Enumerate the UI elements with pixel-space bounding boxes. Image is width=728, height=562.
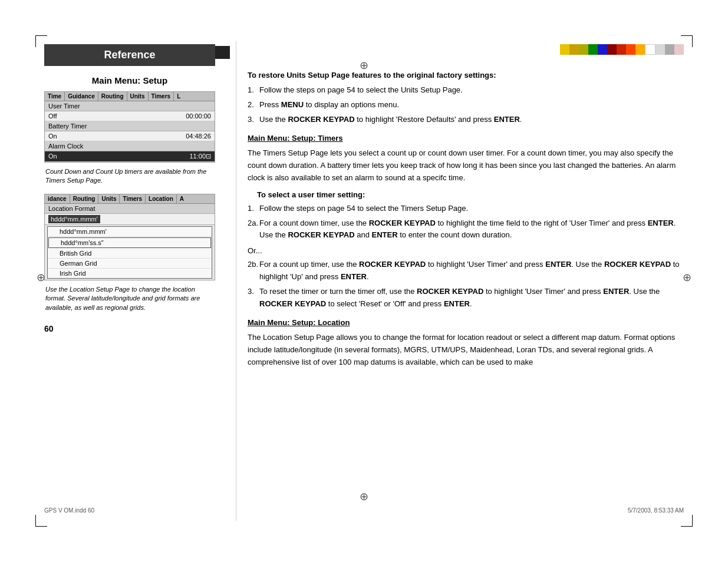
loc-tab-timers: Timers xyxy=(120,194,146,203)
restore-step-1: 1. Follow the steps on page 54 to select… xyxy=(248,84,684,97)
location-body-text: The Location Setup Page allows you to ch… xyxy=(248,332,684,368)
location-option-2: hddd°mm'ss.s" xyxy=(48,237,211,248)
timer-sub-heading: To select a user timer setting: xyxy=(257,190,684,199)
enter-bold-2b: ENTER xyxy=(545,260,571,269)
reference-header: Reference xyxy=(44,44,215,66)
loc-tab-location: Location xyxy=(146,194,177,203)
rocker-bold-2b: ROCKER KEYPAD xyxy=(359,260,426,269)
rocker-bold-3b: ROCKER KEYPAD xyxy=(259,299,326,308)
restore-heading: To restore Units Setup Page features to … xyxy=(248,71,684,80)
footer-right: 5/7/2003, 8:53:33 AM xyxy=(628,507,684,514)
location-section-heading: Main Menu: Setup: Location xyxy=(248,318,684,327)
location-option-5: Irish Grid xyxy=(48,269,212,278)
enter-bold-2a: ENTER xyxy=(648,219,674,227)
location-option-1: hddd°mm.mmm' xyxy=(48,227,212,237)
user-timer-row: Off 00:00:00 xyxy=(45,111,215,121)
location-tabs: idance Routing Units Timers Location A xyxy=(45,194,215,204)
enter-bold-2a2: ENTER xyxy=(372,230,398,239)
or-text: Or... xyxy=(248,246,684,255)
rocker-bold-1: ROCKER KEYPAD xyxy=(288,115,354,124)
location-format-dropdown: hddd°mm.mmm' xyxy=(45,214,215,225)
timer-step-2a: 2a. For a count down timer, use the ROCK… xyxy=(248,217,684,242)
enter-bold-1: ENTER xyxy=(494,115,520,124)
restore-step-2: 2. Press MENU to display an options menu… xyxy=(248,99,684,111)
column-divider xyxy=(236,41,236,521)
enter-bold-2b2: ENTER xyxy=(341,272,367,281)
tab-guidance: Guidance xyxy=(65,92,98,101)
reg-mark-bottom: ⊕ xyxy=(360,490,368,503)
timer-tabs: Time Guidance Routing Units Timers L xyxy=(45,92,215,101)
battery-timer-row: On 04:48:26 xyxy=(45,131,215,141)
page-number: 60 xyxy=(44,324,215,333)
alarm-clock-row: On 11:00⊡ xyxy=(45,151,215,162)
color-bar-right xyxy=(560,44,684,55)
location-option-3: British Grid xyxy=(48,249,212,259)
restore-steps: 1. Follow the steps on page 54 to select… xyxy=(248,84,684,125)
timer-caption: Count Down and Count Up timers are avail… xyxy=(44,167,215,186)
timer-step-2b: 2b. For a count up timer, use the ROCKER… xyxy=(248,259,684,283)
reference-label: Reference xyxy=(104,49,155,61)
timer-screenshot: Time Guidance Routing Units Timers L Use… xyxy=(44,91,215,163)
footer-left: GPS V OM.indd 60 xyxy=(44,507,94,514)
rocker-bold-3: ROCKER KEYPAD xyxy=(417,287,483,296)
tab-routing: Routing xyxy=(98,92,127,101)
reg-mark-top: ⊕ xyxy=(360,59,368,72)
location-options-list: hddd°mm.mmm' hddd°mm'ss.s" British Grid … xyxy=(47,226,212,279)
corner-mark-bl xyxy=(35,515,47,527)
menu-bold: MENU xyxy=(281,100,304,109)
location-screenshot: idance Routing Units Timers Location A L… xyxy=(44,194,215,280)
alarm-clock-header: Alarm Clock xyxy=(45,141,215,151)
timers-body-text: The Timers Setup Page lets you select a … xyxy=(248,147,684,184)
reg-mark-right: ⊕ xyxy=(683,271,691,284)
enter-bold-3: ENTER xyxy=(603,287,629,296)
restore-heading-text: To restore Units Setup Page features to … xyxy=(248,71,496,80)
rocker-bold-2b2: ROCKER KEYPAD xyxy=(604,260,671,269)
timer-step-3: 3. To reset the timer or turn the timer … xyxy=(248,286,684,310)
timer-step-1: 1. Follow the steps on page 54 to select… xyxy=(248,203,684,215)
enter-bold-3b: ENTER xyxy=(444,299,470,308)
restore-step-3: 3. Use the ROCKER KEYPAD to highlight 'R… xyxy=(248,114,684,126)
location-format-label: Location Format xyxy=(45,204,215,214)
timer-steps: 1. Follow the steps on page 54 to select… xyxy=(248,203,684,242)
tab-more: L xyxy=(174,92,183,101)
loc-tab-routing: Routing xyxy=(70,194,99,203)
loc-tab-idance: idance xyxy=(45,194,70,203)
loc-tab-units: Units xyxy=(98,194,120,203)
timers-section-heading: Main Menu: Setup: Timers xyxy=(248,134,684,143)
timer-steps-2: 2b. For a count up timer, use the ROCKER… xyxy=(248,259,684,310)
rocker-bold-2a2: ROCKER KEYPAD xyxy=(288,230,354,239)
rocker-bold-2a: ROCKER KEYPAD xyxy=(369,219,436,227)
page-container: ⊕ ⊕ ⊕ ⊕ Reference Main Menu: Setup Time … xyxy=(0,0,728,562)
location-option-4: German Grid xyxy=(48,259,212,269)
main-menu-title: Main Menu: Setup xyxy=(44,75,215,85)
loc-tab-more: A xyxy=(177,194,187,203)
battery-timer-header: Battery Timer xyxy=(45,121,215,131)
tab-time: Time xyxy=(45,92,65,101)
corner-mark-br xyxy=(681,515,693,527)
tab-timers: Timers xyxy=(149,92,174,101)
location-format-selected: hddd°mm.mmm' xyxy=(48,215,100,223)
location-caption: Use the Location Setup Page to change th… xyxy=(44,285,215,312)
left-column: Reference Main Menu: Setup Time Guidance… xyxy=(44,44,215,333)
user-timer-header: User Timer xyxy=(45,101,215,111)
right-column: To restore Units Setup Page features to … xyxy=(248,71,684,373)
tab-units: Units xyxy=(127,92,149,101)
